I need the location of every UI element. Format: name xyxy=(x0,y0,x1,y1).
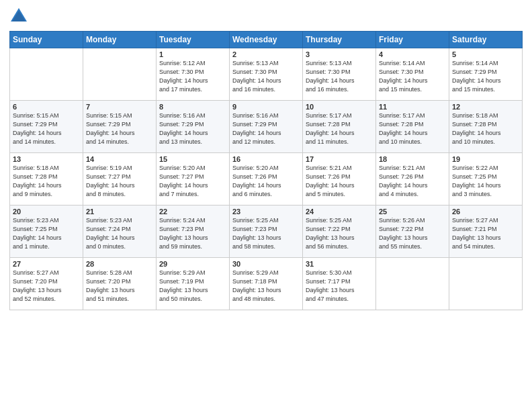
calendar-table: Sunday Monday Tuesday Wednesday Thursday… xyxy=(9,31,523,310)
day-info: Sunrise: 5:16 AMSunset: 7:29 PMDaylight:… xyxy=(232,112,281,145)
table-row: 6Sunrise: 5:15 AMSunset: 7:29 PMDaylight… xyxy=(10,101,83,153)
table-row: 10Sunrise: 5:17 AMSunset: 7:28 PMDayligh… xyxy=(303,101,376,153)
day-number: 2 xyxy=(232,50,300,58)
logo xyxy=(9,7,31,26)
day-number: 19 xyxy=(452,155,519,163)
calendar-week-row: 27Sunrise: 5:27 AMSunset: 7:20 PMDayligh… xyxy=(10,258,523,310)
day-number: 6 xyxy=(13,103,80,111)
table-row: 29Sunrise: 5:29 AMSunset: 7:19 PMDayligh… xyxy=(157,258,230,310)
day-number: 20 xyxy=(13,208,80,216)
day-number: 4 xyxy=(379,50,446,58)
table-row: 19Sunrise: 5:22 AMSunset: 7:25 PMDayligh… xyxy=(449,153,523,205)
day-number: 15 xyxy=(159,155,226,163)
table-row: 24Sunrise: 5:25 AMSunset: 7:22 PMDayligh… xyxy=(303,205,376,258)
day-number: 8 xyxy=(159,103,226,111)
table-row: 27Sunrise: 5:27 AMSunset: 7:20 PMDayligh… xyxy=(10,258,83,310)
col-saturday: Saturday xyxy=(449,32,523,48)
day-number: 26 xyxy=(452,208,519,216)
day-number: 22 xyxy=(159,208,226,216)
day-info: Sunrise: 5:22 AMSunset: 7:25 PMDaylight:… xyxy=(452,165,501,197)
calendar-week-row: 20Sunrise: 5:23 AMSunset: 7:25 PMDayligh… xyxy=(10,205,523,258)
table-row: 7Sunrise: 5:15 AMSunset: 7:29 PMDaylight… xyxy=(83,101,157,153)
day-info: Sunrise: 5:26 AMSunset: 7:22 PMDaylight:… xyxy=(379,217,428,250)
day-number: 18 xyxy=(379,155,446,163)
table-row: 14Sunrise: 5:19 AMSunset: 7:27 PMDayligh… xyxy=(83,153,157,205)
table-row: 31Sunrise: 5:30 AMSunset: 7:17 PMDayligh… xyxy=(303,258,376,310)
day-info: Sunrise: 5:23 AMSunset: 7:24 PMDaylight:… xyxy=(86,217,135,250)
day-number: 28 xyxy=(86,260,153,268)
day-info: Sunrise: 5:25 AMSunset: 7:23 PMDaylight:… xyxy=(232,217,281,250)
table-row: 26Sunrise: 5:27 AMSunset: 7:21 PMDayligh… xyxy=(449,205,523,258)
table-row: 23Sunrise: 5:25 AMSunset: 7:23 PMDayligh… xyxy=(230,205,303,258)
day-info: Sunrise: 5:14 AMSunset: 7:30 PMDaylight:… xyxy=(379,60,428,93)
table-row: 30Sunrise: 5:29 AMSunset: 7:18 PMDayligh… xyxy=(230,258,303,310)
day-info: Sunrise: 5:29 AMSunset: 7:19 PMDaylight:… xyxy=(159,269,208,302)
table-row: 12Sunrise: 5:18 AMSunset: 7:28 PMDayligh… xyxy=(449,101,523,153)
day-number: 14 xyxy=(86,155,153,163)
day-info: Sunrise: 5:16 AMSunset: 7:29 PMDaylight:… xyxy=(159,112,208,145)
day-info: Sunrise: 5:15 AMSunset: 7:29 PMDaylight:… xyxy=(86,112,135,145)
day-number: 11 xyxy=(379,103,446,111)
day-info: Sunrise: 5:17 AMSunset: 7:28 PMDaylight:… xyxy=(306,112,355,145)
table-row: 2Sunrise: 5:13 AMSunset: 7:30 PMDaylight… xyxy=(230,48,303,101)
header xyxy=(9,7,523,26)
table-row: 11Sunrise: 5:17 AMSunset: 7:28 PMDayligh… xyxy=(376,101,449,153)
day-number: 31 xyxy=(306,260,373,268)
table-row: 5Sunrise: 5:14 AMSunset: 7:29 PMDaylight… xyxy=(449,48,523,101)
table-row: 8Sunrise: 5:16 AMSunset: 7:29 PMDaylight… xyxy=(157,101,230,153)
day-info: Sunrise: 5:27 AMSunset: 7:21 PMDaylight:… xyxy=(452,217,501,250)
day-number: 7 xyxy=(86,103,153,111)
col-thursday: Thursday xyxy=(303,32,376,48)
day-number: 16 xyxy=(232,155,300,163)
calendar-header-row: Sunday Monday Tuesday Wednesday Thursday… xyxy=(10,32,523,48)
col-monday: Monday xyxy=(83,32,157,48)
day-number: 3 xyxy=(306,50,373,58)
col-wednesday: Wednesday xyxy=(230,32,303,48)
table-row: 25Sunrise: 5:26 AMSunset: 7:22 PMDayligh… xyxy=(376,205,449,258)
day-info: Sunrise: 5:18 AMSunset: 7:28 PMDaylight:… xyxy=(13,165,62,197)
table-row: 22Sunrise: 5:24 AMSunset: 7:23 PMDayligh… xyxy=(157,205,230,258)
table-row: 18Sunrise: 5:21 AMSunset: 7:26 PMDayligh… xyxy=(376,153,449,205)
day-info: Sunrise: 5:21 AMSunset: 7:26 PMDaylight:… xyxy=(306,165,355,197)
table-row: 4Sunrise: 5:14 AMSunset: 7:30 PMDaylight… xyxy=(376,48,449,101)
logo-icon xyxy=(9,7,28,26)
day-number: 24 xyxy=(306,208,373,216)
day-info: Sunrise: 5:18 AMSunset: 7:28 PMDaylight:… xyxy=(452,112,501,145)
day-number: 23 xyxy=(232,208,300,216)
day-info: Sunrise: 5:23 AMSunset: 7:25 PMDaylight:… xyxy=(13,217,62,250)
day-info: Sunrise: 5:13 AMSunset: 7:30 PMDaylight:… xyxy=(232,60,281,93)
calendar-body: 1Sunrise: 5:12 AMSunset: 7:30 PMDaylight… xyxy=(10,48,523,310)
day-number: 21 xyxy=(86,208,153,216)
day-info: Sunrise: 5:19 AMSunset: 7:27 PMDaylight:… xyxy=(86,165,135,197)
table-row xyxy=(449,258,523,310)
table-row: 20Sunrise: 5:23 AMSunset: 7:25 PMDayligh… xyxy=(10,205,83,258)
col-sunday: Sunday xyxy=(10,32,83,48)
table-row xyxy=(376,258,449,310)
table-row xyxy=(83,48,157,101)
day-info: Sunrise: 5:27 AMSunset: 7:20 PMDaylight:… xyxy=(13,269,62,302)
day-info: Sunrise: 5:14 AMSunset: 7:29 PMDaylight:… xyxy=(452,60,501,93)
day-info: Sunrise: 5:28 AMSunset: 7:20 PMDaylight:… xyxy=(86,269,135,302)
day-number: 9 xyxy=(232,103,300,111)
day-info: Sunrise: 5:29 AMSunset: 7:18 PMDaylight:… xyxy=(232,269,281,302)
day-number: 1 xyxy=(159,50,226,58)
table-row: 15Sunrise: 5:20 AMSunset: 7:27 PMDayligh… xyxy=(157,153,230,205)
day-number: 29 xyxy=(159,260,226,268)
table-row xyxy=(10,48,83,101)
table-row: 21Sunrise: 5:23 AMSunset: 7:24 PMDayligh… xyxy=(83,205,157,258)
table-row: 17Sunrise: 5:21 AMSunset: 7:26 PMDayligh… xyxy=(303,153,376,205)
day-number: 30 xyxy=(232,260,300,268)
day-info: Sunrise: 5:20 AMSunset: 7:27 PMDaylight:… xyxy=(159,165,208,197)
day-info: Sunrise: 5:25 AMSunset: 7:22 PMDaylight:… xyxy=(306,217,355,250)
day-info: Sunrise: 5:15 AMSunset: 7:29 PMDaylight:… xyxy=(13,112,62,145)
calendar-week-row: 6Sunrise: 5:15 AMSunset: 7:29 PMDaylight… xyxy=(10,101,523,153)
day-info: Sunrise: 5:24 AMSunset: 7:23 PMDaylight:… xyxy=(159,217,208,250)
table-row: 13Sunrise: 5:18 AMSunset: 7:28 PMDayligh… xyxy=(10,153,83,205)
table-row: 9Sunrise: 5:16 AMSunset: 7:29 PMDaylight… xyxy=(230,101,303,153)
day-info: Sunrise: 5:13 AMSunset: 7:30 PMDaylight:… xyxy=(306,60,355,93)
day-info: Sunrise: 5:20 AMSunset: 7:26 PMDaylight:… xyxy=(232,165,281,197)
day-number: 25 xyxy=(379,208,446,216)
col-tuesday: Tuesday xyxy=(157,32,230,48)
calendar-week-row: 13Sunrise: 5:18 AMSunset: 7:28 PMDayligh… xyxy=(10,153,523,205)
day-info: Sunrise: 5:17 AMSunset: 7:28 PMDaylight:… xyxy=(379,112,428,145)
